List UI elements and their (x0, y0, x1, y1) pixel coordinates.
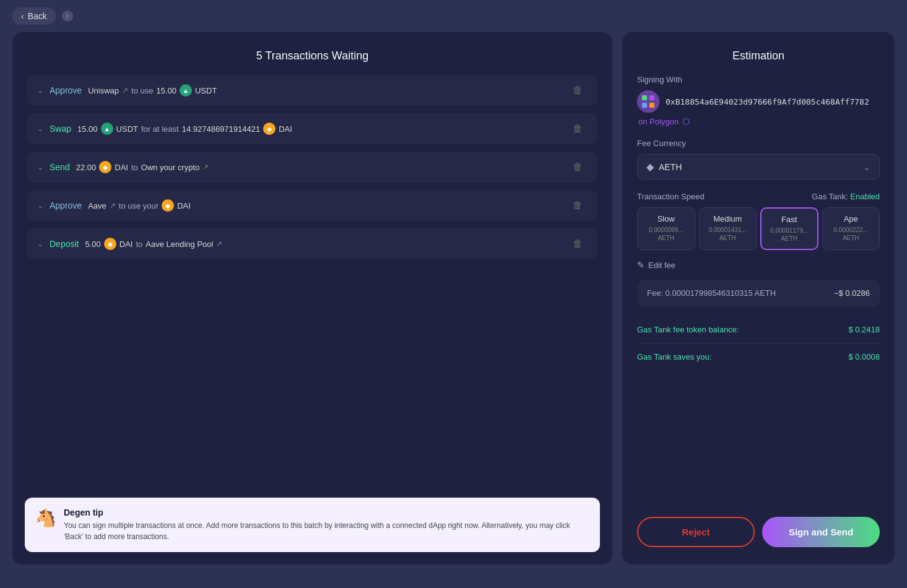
speed-medium[interactable]: Medium 0.00001431...AETH (699, 207, 757, 250)
gas-tank-status: Gas Tank: Enabled (812, 192, 880, 201)
dai-icon: ◈ (104, 238, 116, 250)
fee-info: Fee: 0.000017998546310315 AETH ~$ 0.0286 (637, 280, 880, 306)
dai-icon: ◈ (99, 161, 111, 173)
gas-tank-info: Gas Tank fee token balance: $ 0.2418 Gas… (637, 316, 880, 370)
degen-icon: 🐴 (35, 508, 56, 528)
chevron-down-icon[interactable]: ⌄ (37, 201, 43, 210)
polygon-label: on Polygon (638, 117, 679, 126)
fee-currency-left: ◆ AETH (646, 161, 682, 173)
chevron-down-icon[interactable]: ⌄ (37, 124, 43, 133)
tx-action-approve: Approve (50, 85, 82, 95)
fee-currency-section: Fee Currency ◆ AETH ⌄ (637, 139, 880, 179)
fast-label: Fast (765, 215, 814, 224)
tx-left: ⌄ Approve Aave ↗ to use your ◈ DAI (37, 199, 568, 212)
chevron-down-icon[interactable]: ⌄ (37, 240, 43, 248)
back-label: Back (28, 11, 47, 21)
table-row[interactable]: ⌄ Send 22.00 ◈ DAI to Own your crypto ↗ … (27, 152, 597, 183)
edit-icon: ✎ (637, 260, 644, 270)
svg-rect-2 (649, 95, 654, 100)
avatar (637, 90, 659, 113)
speed-ape[interactable]: Ape 0.0000222...AETH (822, 207, 880, 250)
speed-buttons: Slow 0.0000099...AETH Medium 0.00001431.… (637, 207, 880, 250)
right-panel: Estimation Signing With 0xB18854a6E94023… (622, 32, 895, 564)
fee-amount-text: Fee: 0.000017998546310315 AETH (647, 288, 776, 298)
gas-tank-balance-value: $ 0.2418 (848, 325, 880, 334)
table-row[interactable]: ⌄ Swap 15.00 ▲ USDT for at least 14.9274… (27, 113, 597, 144)
speed-header: Transaction Speed Gas Tank: Enabled (637, 192, 880, 201)
tx-description: 15.00 ▲ USDT for at least 14.92748697191… (77, 123, 292, 135)
chevron-down-icon[interactable]: ⌄ (37, 86, 43, 95)
tx-left: ⌄ Approve Uniswap ↗ to use 15.00 ▲ USDT (37, 84, 568, 97)
delete-button[interactable]: 🗑 (568, 197, 588, 214)
on-polygon: on Polygon ⬡ (638, 116, 880, 126)
chevron-left-icon: ‹ (21, 11, 24, 21)
slow-value: 0.0000099...AETH (641, 226, 691, 242)
chevron-down-icon[interactable]: ⌄ (37, 163, 43, 171)
sign-and-send-button[interactable]: Sign and Send (762, 517, 880, 547)
tx-action-deposit: Deposit (50, 239, 79, 249)
edit-fee-label: Edit fee (648, 261, 675, 270)
edit-fee[interactable]: ✎ Edit fee (637, 260, 880, 270)
speed-section: Transaction Speed Gas Tank: Enabled Slow… (637, 192, 880, 250)
tx-left: ⌄ Send 22.00 ◈ DAI to Own your crypto ↗ (37, 161, 568, 173)
gas-tank-balance-row: Gas Tank fee token balance: $ 0.2418 (637, 316, 880, 344)
tx-speed-label: Transaction Speed (637, 192, 705, 201)
gas-tank-saves-label: Gas Tank saves you: (637, 352, 711, 361)
gas-tank-saves-row: Gas Tank saves you: $ 0.0008 (637, 344, 880, 370)
polygon-icon: ⬡ (682, 116, 690, 126)
signing-with: 0xB18854a6E94023d97666f9Af7d005c468Aff77… (637, 90, 880, 113)
tx-description: 22.00 ◈ DAI to Own your crypto ↗ (76, 161, 209, 173)
estimation-title: Estimation (637, 50, 880, 63)
tx-action-approve: Approve (50, 201, 82, 210)
medium-label: Medium (703, 214, 753, 223)
degen-tip-content: Degen tip You can sign multiple transact… (64, 508, 590, 542)
degen-tip: 🐴 Degen tip You can sign multiple transa… (25, 498, 600, 552)
external-link-icon: ↗ (202, 163, 209, 171)
ape-value: 0.0000222...AETH (827, 226, 876, 242)
delete-button[interactable]: 🗑 (568, 121, 588, 137)
slow-label: Slow (641, 214, 691, 223)
gas-tank-balance-label: Gas Tank fee token balance: (637, 325, 739, 334)
svg-rect-1 (642, 95, 647, 100)
tx-left: ⌄ Swap 15.00 ▲ USDT for at least 14.9274… (37, 123, 568, 135)
fee-currency-name: AETH (659, 162, 682, 172)
gas-tank-saves-value: $ 0.0008 (848, 352, 880, 361)
tx-action-send: Send (50, 162, 70, 172)
tx-description: Aave ↗ to use your ◈ DAI (88, 199, 191, 212)
header: ‹ Back i (0, 0, 907, 32)
fee-usd-text: ~$ 0.0286 (834, 288, 870, 298)
degen-tip-text: You can sign multiple transactions at on… (64, 520, 590, 542)
speed-fast[interactable]: Fast 0.00001179...AETH (760, 207, 818, 250)
panel-title: 5 Transactions Waiting (27, 50, 597, 63)
info-icon[interactable]: i (62, 11, 73, 22)
delete-button[interactable]: 🗑 (568, 82, 588, 98)
tx-description: 5.00 ◈ DAI to Aave Lending Pool ↗ (85, 238, 222, 250)
delete-button[interactable]: 🗑 (568, 159, 588, 175)
external-link-icon: ↗ (216, 240, 222, 248)
speed-slow[interactable]: Slow 0.0000099...AETH (637, 207, 695, 250)
degen-tip-title: Degen tip (64, 508, 590, 517)
fast-value: 0.00001179...AETH (765, 227, 814, 243)
back-button[interactable]: ‹ Back (12, 7, 56, 25)
fee-currency-dropdown[interactable]: ◆ AETH ⌄ (637, 154, 880, 179)
main-container: 5 Transactions Waiting ⌄ Approve Uniswap… (0, 32, 907, 577)
table-row[interactable]: ⌄ Approve Aave ↗ to use your ◈ DAI 🗑 (27, 190, 597, 221)
medium-value: 0.00001431...AETH (703, 226, 753, 242)
gas-tank-enabled: Enabled (850, 192, 880, 201)
table-row[interactable]: ⌄ Approve Uniswap ↗ to use 15.00 ▲ USDT … (27, 75, 597, 106)
reject-button[interactable]: Reject (637, 517, 755, 547)
tx-left: ⌄ Deposit 5.00 ◈ DAI to Aave Lending Poo… (37, 238, 568, 250)
delete-button[interactable]: 🗑 (568, 236, 588, 252)
action-buttons: Reject Sign and Send (637, 517, 880, 547)
svg-rect-4 (649, 103, 654, 108)
usdt-icon: ▲ (101, 123, 113, 135)
tx-description: Uniswap ↗ to use 15.00 ▲ USDT (88, 84, 217, 97)
eth-icon: ◆ (646, 161, 654, 173)
table-row[interactable]: ⌄ Deposit 5.00 ◈ DAI to Aave Lending Poo… (27, 228, 597, 259)
ape-label: Ape (827, 214, 876, 223)
left-panel: 5 Transactions Waiting ⌄ Approve Uniswap… (12, 32, 612, 564)
signing-with-label: Signing With (637, 75, 880, 84)
external-link-icon: ↗ (122, 86, 128, 95)
svg-point-0 (637, 90, 659, 113)
usdt-icon: ▲ (180, 84, 192, 97)
